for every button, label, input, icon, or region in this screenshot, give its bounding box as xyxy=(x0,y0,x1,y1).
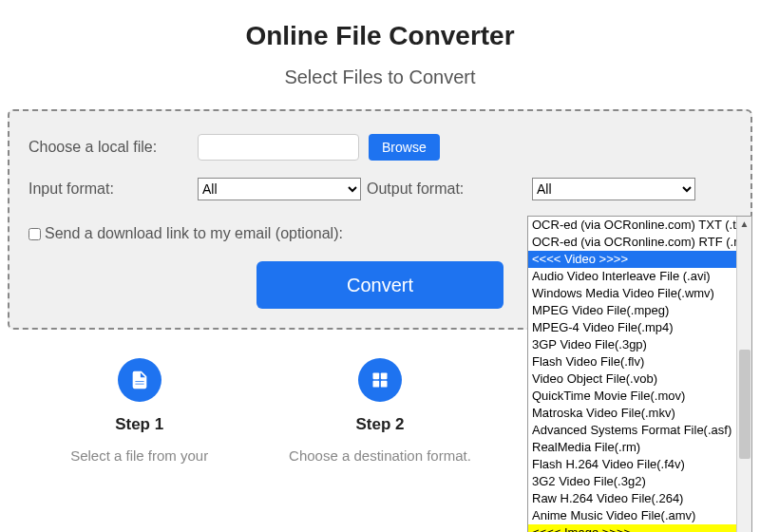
scroll-thumb[interactable] xyxy=(739,350,750,459)
file-path-input[interactable] xyxy=(198,134,359,161)
email-opt-label: Send a download link to my email (option… xyxy=(45,225,343,242)
svg-rect-3 xyxy=(381,381,388,388)
convert-button[interactable]: Convert xyxy=(256,261,504,309)
dropdown-option[interactable]: Anime Music Video File(.amv) xyxy=(528,507,736,524)
choose-file-label: Choose a local file: xyxy=(28,139,198,156)
page-title: Online File Converter xyxy=(0,21,760,51)
input-format-label: Input format: xyxy=(28,180,198,198)
input-format-select[interactable]: All xyxy=(198,178,361,200)
dropdown-option[interactable]: Video Object File(.vob) xyxy=(528,370,736,388)
dropdown-list: OCR-ed (via OCRonline.com) TXT (.txt)OCR… xyxy=(528,217,736,532)
output-format-dropdown[interactable]: OCR-ed (via OCRonline.com) TXT (.txt)OCR… xyxy=(527,216,752,532)
dropdown-option[interactable]: Advanced Systems Format File(.asf) xyxy=(528,422,736,439)
svg-rect-1 xyxy=(381,373,388,380)
dropdown-option[interactable]: OCR-ed (via OCRonline.com) TXT (.txt) xyxy=(528,217,736,234)
dropdown-option[interactable]: QuickTime Movie File(.mov) xyxy=(528,388,736,405)
step-1: Step 1 Select a file from your xyxy=(30,358,249,464)
output-format-label: Output format: xyxy=(367,180,464,198)
dropdown-option[interactable]: RealMedia File(.rm) xyxy=(528,439,736,456)
dropdown-option[interactable]: Raw H.264 Video File(.264) xyxy=(528,490,736,507)
page-subtitle: Select Files to Convert xyxy=(0,66,760,88)
dropdown-option[interactable]: OCR-ed (via OCRonline.com) RTF (.rtf) xyxy=(528,234,736,251)
choose-file-row: Choose a local file: Browse xyxy=(28,134,732,161)
grid-icon xyxy=(358,358,402,402)
output-format-select[interactable]: All xyxy=(532,178,695,200)
dropdown-option[interactable]: MPEG-4 Video File(.mp4) xyxy=(528,319,736,336)
dropdown-option[interactable]: 3GP Video File(.3gp) xyxy=(528,336,736,353)
browse-button[interactable]: Browse xyxy=(369,134,440,161)
dropdown-option[interactable]: <<<< Image >>>> xyxy=(528,524,736,532)
step-2: Step 2 Choose a destination format. xyxy=(271,358,489,464)
dropdown-option[interactable]: Matroska Video File(.mkv) xyxy=(528,405,736,422)
dropdown-option[interactable]: <<<< Video >>>> xyxy=(528,251,736,268)
email-opt-checkbox[interactable] xyxy=(28,228,41,240)
dropdown-option[interactable]: 3G2 Video File(.3g2) xyxy=(528,473,736,490)
dropdown-option[interactable]: Flash H.264 Video File(.f4v) xyxy=(528,456,736,473)
step-2-title: Step 2 xyxy=(271,415,489,434)
dropdown-option[interactable]: Windows Media Video File(.wmv) xyxy=(528,285,736,302)
step-1-title: Step 1 xyxy=(30,415,249,434)
dropdown-option[interactable]: MPEG Video File(.mpeg) xyxy=(528,302,736,319)
scroll-up-arrow[interactable]: ▲ xyxy=(737,217,751,232)
dropdown-option[interactable]: Flash Video File(.flv) xyxy=(528,353,736,370)
svg-rect-0 xyxy=(372,373,379,380)
dropdown-scrollbar[interactable]: ▲ ▼ xyxy=(736,217,751,532)
step-2-desc: Choose a destination format. xyxy=(271,447,489,464)
format-row: Input format: All Output format: All xyxy=(28,178,732,200)
svg-rect-2 xyxy=(372,381,379,388)
file-icon xyxy=(118,358,162,402)
dropdown-option[interactable]: Audio Video Interleave File (.avi) xyxy=(528,268,736,285)
step-1-desc: Select a file from your xyxy=(30,447,249,464)
